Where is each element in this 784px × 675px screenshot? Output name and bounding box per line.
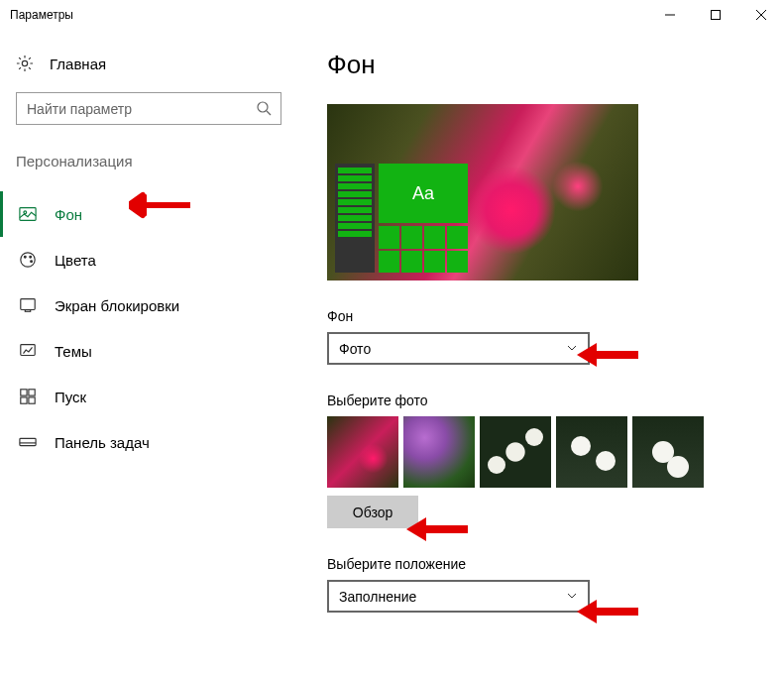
home-link[interactable]: Главная <box>0 55 297 72</box>
browse-button[interactable]: Обзор <box>327 496 418 528</box>
nav-item-colors[interactable]: Цвета <box>0 237 297 282</box>
dropdown-value: Фото <box>339 341 371 357</box>
svg-point-10 <box>24 256 26 258</box>
svg-point-4 <box>22 60 27 65</box>
preview-sample-text: Aa <box>379 164 468 223</box>
nav-label: Панель задач <box>55 434 150 451</box>
picture-icon <box>19 205 37 223</box>
svg-point-12 <box>31 261 33 263</box>
annotation-arrow <box>406 515 468 546</box>
annotation-arrow <box>129 191 190 222</box>
photo-thumbnails <box>327 416 754 488</box>
annotation-arrow <box>577 598 638 628</box>
svg-point-9 <box>21 253 35 267</box>
search-input[interactable] <box>16 92 281 125</box>
photo-thumb-3[interactable] <box>480 416 551 488</box>
taskbar-icon <box>19 433 37 451</box>
svg-point-11 <box>30 256 32 258</box>
photo-thumb-4[interactable] <box>556 416 627 488</box>
nav-label: Пуск <box>55 389 86 405</box>
nav-item-taskbar[interactable]: Панель задач <box>0 419 297 465</box>
nav-label: Темы <box>55 343 92 360</box>
svg-point-5 <box>258 102 268 112</box>
nav-item-start[interactable]: Пуск <box>0 374 297 419</box>
position-dropdown[interactable]: Заполнение <box>327 580 590 613</box>
svg-rect-16 <box>21 390 27 395</box>
svg-rect-18 <box>21 397 27 403</box>
sidebar: Главная Персонализация Фон Цвета Экр <box>0 30 297 675</box>
home-label: Главная <box>50 56 106 72</box>
nav-label: Фон <box>55 206 82 223</box>
page-heading: Фон <box>327 50 754 80</box>
photo-thumb-2[interactable] <box>403 416 475 488</box>
svg-rect-14 <box>25 310 30 312</box>
minimize-button[interactable] <box>647 0 693 30</box>
main-content: Фон Aa Фон Фото Выберите фото <box>297 30 784 675</box>
background-label: Фон <box>327 308 754 324</box>
svg-rect-17 <box>29 390 35 395</box>
palette-icon <box>19 251 37 269</box>
svg-point-8 <box>24 211 27 214</box>
choose-photo-label: Выберите фото <box>327 393 754 408</box>
dropdown-value: Заполнение <box>339 589 416 605</box>
svg-line-6 <box>267 111 271 115</box>
svg-rect-20 <box>20 438 36 445</box>
nav-item-lockscreen[interactable]: Экран блокировки <box>0 282 297 328</box>
svg-rect-13 <box>21 299 35 310</box>
annotation-arrow <box>577 341 638 372</box>
preview-start-menu: Aa <box>335 164 468 273</box>
position-label: Выберите положение <box>327 556 754 572</box>
lockscreen-icon <box>19 296 37 314</box>
gear-icon <box>16 55 34 72</box>
nav-item-themes[interactable]: Темы <box>0 328 297 374</box>
start-icon <box>19 388 37 405</box>
window-controls <box>647 0 784 30</box>
maximize-button[interactable] <box>693 0 738 30</box>
themes-icon <box>19 342 37 360</box>
svg-rect-19 <box>29 397 35 403</box>
background-preview: Aa <box>327 104 638 281</box>
nav-label: Цвета <box>55 252 96 269</box>
window-title: Параметры <box>10 8 73 22</box>
photo-thumb-1[interactable] <box>327 416 398 488</box>
svg-rect-1 <box>712 11 721 20</box>
nav-label: Экран блокировки <box>55 297 179 314</box>
search-box <box>16 92 281 125</box>
titlebar: Параметры <box>0 0 784 30</box>
svg-rect-15 <box>21 345 35 356</box>
background-type-dropdown[interactable]: Фото <box>327 332 590 365</box>
search-icon <box>256 100 272 119</box>
section-title: Персонализация <box>0 153 297 169</box>
close-button[interactable] <box>738 0 784 30</box>
photo-thumb-5[interactable] <box>632 416 704 488</box>
